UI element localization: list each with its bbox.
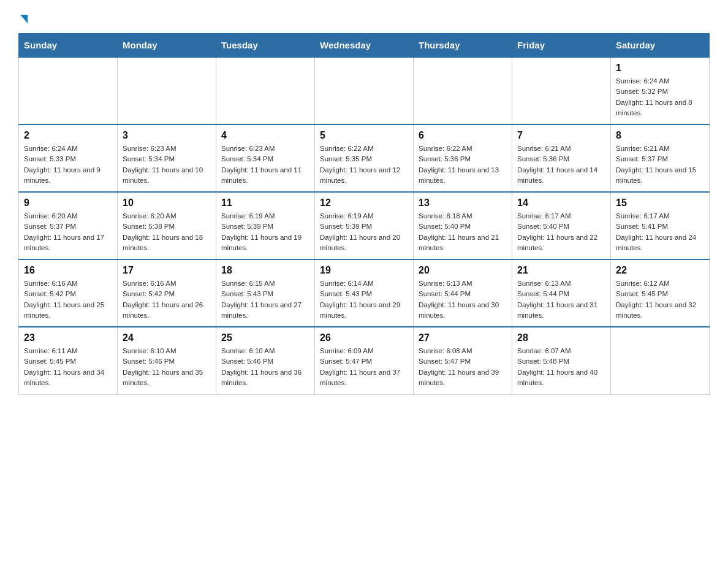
calendar-cell: 9Sunrise: 6:20 AM Sunset: 5:37 PM Daylig… (19, 192, 118, 259)
day-number: 18 (221, 265, 309, 276)
day-info: Sunrise: 6:15 AM Sunset: 5:43 PM Dayligh… (221, 278, 309, 321)
calendar-week-3: 9Sunrise: 6:20 AM Sunset: 5:37 PM Daylig… (19, 192, 710, 259)
calendar-cell: 21Sunrise: 6:13 AM Sunset: 5:44 PM Dayli… (512, 259, 611, 327)
day-header-saturday: Saturday (611, 34, 710, 58)
day-number: 4 (221, 130, 309, 141)
day-info: Sunrise: 6:21 AM Sunset: 5:36 PM Dayligh… (517, 144, 605, 186)
day-info: Sunrise: 6:16 AM Sunset: 5:42 PM Dayligh… (123, 278, 211, 321)
calendar-table: SundayMondayTuesdayWednesdayThursdayFrid… (18, 33, 710, 395)
day-number: 21 (517, 265, 605, 276)
day-header-friday: Friday (512, 34, 611, 58)
day-info: Sunrise: 6:09 AM Sunset: 5:47 PM Dayligh… (320, 346, 408, 388)
calendar-cell (512, 57, 611, 124)
day-number: 2 (24, 130, 112, 141)
day-info: Sunrise: 6:23 AM Sunset: 5:34 PM Dayligh… (221, 144, 309, 186)
calendar-cell: 24Sunrise: 6:10 AM Sunset: 5:46 PM Dayli… (118, 327, 216, 394)
day-info: Sunrise: 6:22 AM Sunset: 5:36 PM Dayligh… (419, 144, 507, 186)
calendar-cell: 15Sunrise: 6:17 AM Sunset: 5:41 PM Dayli… (611, 192, 710, 259)
day-number: 10 (123, 197, 211, 209)
calendar-cell: 1Sunrise: 6:24 AM Sunset: 5:32 PM Daylig… (611, 57, 710, 124)
day-info: Sunrise: 6:14 AM Sunset: 5:43 PM Dayligh… (320, 278, 408, 321)
day-info: Sunrise: 6:21 AM Sunset: 5:37 PM Dayligh… (616, 144, 704, 186)
calendar-cell: 11Sunrise: 6:19 AM Sunset: 5:39 PM Dayli… (216, 192, 315, 259)
calendar-cell: 12Sunrise: 6:19 AM Sunset: 5:39 PM Dayli… (315, 192, 414, 259)
calendar-week-2: 2Sunrise: 6:24 AM Sunset: 5:33 PM Daylig… (19, 124, 710, 192)
day-number: 6 (419, 130, 507, 141)
day-number: 20 (419, 265, 507, 276)
calendar-cell: 26Sunrise: 6:09 AM Sunset: 5:47 PM Dayli… (315, 327, 414, 394)
calendar-cell (414, 57, 512, 124)
day-info: Sunrise: 6:17 AM Sunset: 5:41 PM Dayligh… (616, 211, 704, 253)
day-number: 11 (221, 197, 309, 209)
calendar-cell (118, 57, 216, 124)
day-header-wednesday: Wednesday (315, 34, 414, 58)
calendar-week-1: 1Sunrise: 6:24 AM Sunset: 5:32 PM Daylig… (19, 57, 710, 124)
calendar-cell: 19Sunrise: 6:14 AM Sunset: 5:43 PM Dayli… (315, 259, 414, 327)
day-number: 7 (517, 130, 605, 141)
day-number: 27 (419, 332, 507, 343)
day-number: 26 (320, 332, 408, 343)
calendar-cell: 6Sunrise: 6:22 AM Sunset: 5:36 PM Daylig… (414, 124, 512, 192)
day-info: Sunrise: 6:22 AM Sunset: 5:35 PM Dayligh… (320, 144, 408, 186)
calendar-cell: 28Sunrise: 6:07 AM Sunset: 5:48 PM Dayli… (512, 327, 611, 394)
day-number: 15 (616, 197, 704, 209)
calendar-cell: 14Sunrise: 6:17 AM Sunset: 5:40 PM Dayli… (512, 192, 611, 259)
calendar-cell: 16Sunrise: 6:16 AM Sunset: 5:42 PM Dayli… (19, 259, 118, 327)
calendar-cell: 3Sunrise: 6:23 AM Sunset: 5:34 PM Daylig… (118, 124, 216, 192)
day-info: Sunrise: 6:19 AM Sunset: 5:39 PM Dayligh… (221, 211, 309, 253)
calendar-cell: 17Sunrise: 6:16 AM Sunset: 5:42 PM Dayli… (118, 259, 216, 327)
calendar-cell: 8Sunrise: 6:21 AM Sunset: 5:37 PM Daylig… (611, 124, 710, 192)
day-info: Sunrise: 6:11 AM Sunset: 5:45 PM Dayligh… (24, 346, 112, 388)
day-header-tuesday: Tuesday (216, 34, 315, 58)
day-number: 9 (24, 197, 112, 209)
calendar-cell: 22Sunrise: 6:12 AM Sunset: 5:45 PM Dayli… (611, 259, 710, 327)
calendar-header: SundayMondayTuesdayWednesdayThursdayFrid… (19, 34, 710, 58)
day-info: Sunrise: 6:08 AM Sunset: 5:47 PM Dayligh… (419, 346, 507, 388)
calendar-cell (315, 57, 414, 124)
day-info: Sunrise: 6:16 AM Sunset: 5:42 PM Dayligh… (24, 278, 112, 321)
calendar-cell (19, 57, 118, 124)
day-info: Sunrise: 6:13 AM Sunset: 5:44 PM Dayligh… (517, 278, 605, 321)
day-number: 3 (123, 130, 211, 141)
calendar-cell: 18Sunrise: 6:15 AM Sunset: 5:43 PM Dayli… (216, 259, 315, 327)
day-info: Sunrise: 6:20 AM Sunset: 5:37 PM Dayligh… (24, 211, 112, 253)
day-number: 22 (616, 265, 704, 276)
calendar-week-4: 16Sunrise: 6:16 AM Sunset: 5:42 PM Dayli… (19, 259, 710, 327)
day-number: 8 (616, 130, 704, 141)
calendar-cell: 23Sunrise: 6:11 AM Sunset: 5:45 PM Dayli… (19, 327, 118, 394)
day-number: 12 (320, 197, 408, 209)
day-number: 24 (123, 332, 211, 343)
calendar-week-5: 23Sunrise: 6:11 AM Sunset: 5:45 PM Dayli… (19, 327, 710, 394)
day-info: Sunrise: 6:17 AM Sunset: 5:40 PM Dayligh… (517, 211, 605, 253)
calendar-cell: 27Sunrise: 6:08 AM Sunset: 5:47 PM Dayli… (414, 327, 512, 394)
calendar-cell: 7Sunrise: 6:21 AM Sunset: 5:36 PM Daylig… (512, 124, 611, 192)
day-number: 16 (24, 265, 112, 276)
day-number: 23 (24, 332, 112, 343)
day-number: 13 (419, 197, 507, 209)
calendar-cell: 2Sunrise: 6:24 AM Sunset: 5:33 PM Daylig… (19, 124, 118, 192)
calendar-cell: 25Sunrise: 6:10 AM Sunset: 5:46 PM Dayli… (216, 327, 315, 394)
day-headers-row: SundayMondayTuesdayWednesdayThursdayFrid… (19, 34, 710, 58)
day-info: Sunrise: 6:20 AM Sunset: 5:38 PM Dayligh… (123, 211, 211, 253)
calendar-cell (611, 327, 710, 394)
day-header-monday: Monday (118, 34, 216, 58)
calendar-cell: 20Sunrise: 6:13 AM Sunset: 5:44 PM Dayli… (414, 259, 512, 327)
day-info: Sunrise: 6:23 AM Sunset: 5:34 PM Dayligh… (123, 144, 211, 186)
calendar-body: 1Sunrise: 6:24 AM Sunset: 5:32 PM Daylig… (19, 57, 710, 394)
day-info: Sunrise: 6:10 AM Sunset: 5:46 PM Dayligh… (123, 346, 211, 388)
day-info: Sunrise: 6:07 AM Sunset: 5:48 PM Dayligh… (517, 346, 605, 388)
calendar-cell: 4Sunrise: 6:23 AM Sunset: 5:34 PM Daylig… (216, 124, 315, 192)
logo-arrow-icon (20, 15, 28, 23)
day-info: Sunrise: 6:13 AM Sunset: 5:44 PM Dayligh… (419, 278, 507, 321)
day-number: 1 (616, 63, 704, 74)
day-info: Sunrise: 6:18 AM Sunset: 5:40 PM Dayligh… (419, 211, 507, 253)
day-number: 25 (221, 332, 309, 343)
day-info: Sunrise: 6:10 AM Sunset: 5:46 PM Dayligh… (221, 346, 309, 388)
day-number: 17 (123, 265, 211, 276)
calendar-cell: 10Sunrise: 6:20 AM Sunset: 5:38 PM Dayli… (118, 192, 216, 259)
logo (18, 12, 28, 23)
day-number: 19 (320, 265, 408, 276)
day-info: Sunrise: 6:24 AM Sunset: 5:33 PM Dayligh… (24, 144, 112, 186)
day-number: 28 (517, 332, 605, 343)
day-number: 14 (517, 197, 605, 209)
